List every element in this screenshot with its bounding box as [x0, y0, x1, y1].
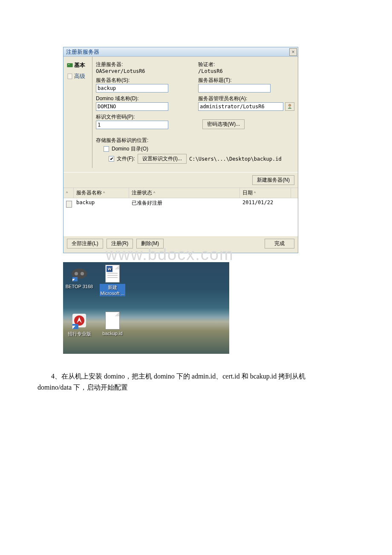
set-id-file-button[interactable]: 设置标识文件(I)...: [138, 154, 187, 164]
domino-dir-checkbox[interactable]: [104, 146, 109, 152]
col-status[interactable]: 注册状态^: [129, 188, 240, 198]
domino-dir-label: Domino 目录(O): [112, 145, 148, 153]
close-icon: ×: [291, 49, 294, 55]
cell-date: 2011/01/22: [240, 198, 291, 210]
file-icon: [104, 312, 121, 330]
admin-name-input[interactable]: [198, 102, 283, 111]
server-title-input[interactable]: [198, 84, 271, 92]
domino-domain-input[interactable]: [96, 102, 168, 111]
word-doc-icon: W: [104, 265, 121, 283]
desktop-label: 招行专业版: [64, 331, 95, 337]
domino-domain-label: Domino 域名称(D):: [96, 95, 190, 102]
page-icon: [67, 73, 73, 79]
sort-icon: ^: [66, 191, 68, 195]
sidebar: 基本 高级: [63, 57, 92, 168]
id-file-path: C:\Users\...\Desktop\backup.id: [189, 156, 282, 162]
file-label: 文件(F):: [117, 155, 135, 162]
desktop-icon-betop[interactable]: BETOP 3168: [64, 265, 95, 289]
server-name-input[interactable]: [96, 84, 168, 92]
sidebar-item-advanced[interactable]: 高级: [65, 71, 90, 81]
desktop-icon-cmb[interactable]: 招行专业版: [64, 312, 95, 337]
password-options-button[interactable]: 密码选项(W)...: [202, 119, 245, 129]
desktop-icon-newdoc[interactable]: W 新建Microsoft ...: [97, 265, 128, 296]
register-all-button[interactable]: 全部注册(L): [67, 239, 103, 249]
svg-point-3: [289, 104, 291, 106]
svg-point-5: [75, 272, 78, 275]
watermark: www.bdocx.com: [106, 246, 328, 264]
storage-label: 存储服务器标识的位置:: [96, 137, 294, 144]
col-server-name[interactable]: 服务器名称^: [74, 188, 129, 198]
desktop-label: backup.id: [97, 331, 128, 336]
close-button[interactable]: ×: [289, 48, 297, 56]
sort-icon: ^: [103, 191, 105, 195]
svg-point-6: [81, 272, 84, 275]
admin-picker-button[interactable]: [285, 102, 294, 111]
svg-rect-1: [68, 64, 69, 65]
svg-rect-2: [68, 74, 72, 79]
done-button[interactable]: 完成: [265, 239, 294, 249]
reg-server-label: 注册服务器:: [96, 61, 190, 68]
gamepad-icon: [70, 265, 88, 283]
server-icon: [67, 62, 73, 68]
server-title-label: 服务器标题(T):: [198, 77, 294, 84]
desktop-label: BETOP 3168: [64, 284, 95, 289]
sort-icon: ^: [254, 191, 256, 195]
sidebar-label-advanced: 高级: [74, 72, 85, 80]
col-date[interactable]: 日期^: [240, 188, 291, 198]
certifier-label: 验证者:: [198, 61, 294, 68]
titlebar: 注册新服务器 ×: [63, 47, 298, 57]
instruction-text: 4、在从机上安装 domino，把主机 domino 下的 admin.id、c…: [37, 371, 336, 393]
register-server-dialog: 注册新服务器 × 基本 高级: [63, 47, 298, 253]
dialog-title: 注册新服务器: [66, 48, 99, 56]
sidebar-label-basic: 基本: [74, 61, 85, 69]
admin-name-label: 服务器管理员名称(A):: [198, 95, 294, 102]
person-icon: [287, 104, 292, 110]
server-table-header: ^ 服务器名称^ 注册状态^ 日期^: [63, 188, 298, 198]
reg-server-value: OAServer/LotusR6: [96, 68, 190, 74]
file-checkbox[interactable]: [109, 156, 114, 162]
table-row[interactable]: backup 已准备好注册 2011/01/22: [63, 198, 298, 236]
desktop-screenshot: BETOP 3168 W 新建Microsoft ... 招行专业版: [63, 262, 229, 354]
server-name-label: 服务器名称(S):: [96, 77, 190, 84]
cell-status: 已准备好注册: [129, 198, 240, 210]
svg-rect-0: [67, 64, 72, 67]
sidebar-item-basic[interactable]: 基本: [65, 60, 90, 70]
cell-name: backup: [74, 198, 129, 210]
sort-icon: ^: [153, 191, 155, 195]
form-area: 注册服务器: OAServer/LotusR6 验证者: /LotusR6 服务…: [92, 57, 298, 168]
id-password-input[interactable]: [96, 121, 168, 129]
id-password-label: 标识文件密码(P):: [96, 113, 190, 121]
desktop-label-selected: 新建Microsoft ...: [100, 284, 126, 296]
cmb-icon: [70, 312, 88, 330]
certifier-value: /LotusR6: [198, 68, 294, 74]
server-row-icon: [66, 201, 72, 208]
new-server-button[interactable]: 新建服务器(N): [252, 175, 294, 185]
desktop-icon-backupid[interactable]: backup.id: [97, 312, 128, 336]
